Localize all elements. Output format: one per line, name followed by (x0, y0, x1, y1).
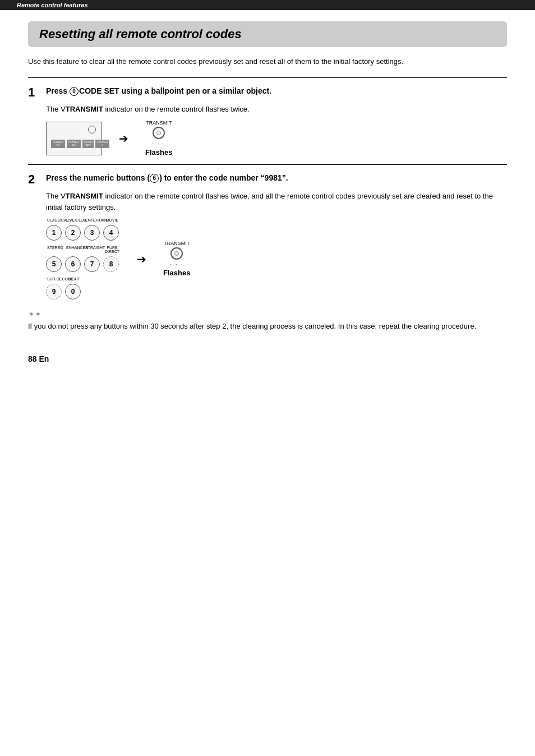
transmit-indicator-1: TRANSMIT · · · Flashes (145, 120, 172, 156)
transmit-word-1: TRANSMIT (66, 105, 103, 113)
num-btn-2: 2 (65, 225, 81, 241)
step-2-diagram: CLASSICAL LIVE/CLUB ENTERTAIN MOVIE 1 2 … (46, 218, 507, 299)
row3-labels: SUR.DECODE NIGHT (47, 277, 120, 281)
step-2-instruction: Press the numeric buttons (6) to enter t… (46, 173, 288, 184)
num-btn-4: 4 (103, 225, 119, 241)
tip-text: If you do not press any buttons within 3… (28, 321, 507, 332)
code-set-icon: 0 (70, 87, 79, 96)
step-2-number: 2 (28, 173, 39, 186)
label-night: NIGHT (66, 277, 82, 281)
flashes-label-1: Flashes (145, 148, 172, 156)
step-1-instruction: Press 0CODE SET using a ballpoint pen or… (46, 86, 271, 97)
transmit-word-2: TRANSMIT (66, 192, 103, 200)
transmit-circle-inner-1 (156, 131, 161, 135)
arrow-1: ➔ (119, 132, 128, 145)
code-set-label: CODE SET (79, 86, 119, 95)
remote-btn-tv: POWERTV (51, 140, 65, 148)
num-btn-3: 3 (84, 225, 100, 241)
section-title: Remote control features (17, 2, 88, 8)
step-1-number: 1 (28, 86, 39, 99)
divider-2 (28, 164, 507, 165)
label-stereo: STEREO (47, 246, 63, 253)
transmit-circle-2 (170, 247, 183, 260)
num-row-3: 9 0 (46, 284, 120, 299)
transmit-icon-1: V (61, 105, 66, 113)
step-2-header: 2 Press the numeric buttons (6) to enter… (28, 173, 507, 186)
transmit-dots-2: · · · (170, 261, 184, 268)
step-1-diagram: POWERTV POWERAV CODESET POWERS ➔ TRANSMI… (46, 120, 507, 156)
transmit-circle-inner-2 (174, 251, 179, 256)
label-sur: SUR.DECODE (47, 277, 63, 281)
intro-text: Use this feature to clear all the remote… (28, 56, 507, 67)
transmit-text-top-2: TRANSMIT (164, 241, 190, 246)
num-btn-5: 5 (46, 256, 62, 272)
transmit-indicator-2: TRANSMIT · · · Flashes (163, 241, 190, 277)
label-classical: CLASSICAL (47, 218, 63, 222)
row1-labels: CLASSICAL LIVE/CLUB ENTERTAIN MOVIE (47, 218, 120, 222)
num-btn-1: 1 (46, 225, 62, 241)
flashes-label-2: Flashes (163, 269, 190, 277)
transmit-circle-1 (153, 127, 165, 139)
page-title: Resetting all remote control codes (39, 27, 496, 42)
page-number: 88 (28, 354, 37, 363)
label-movie: MOVIE (104, 218, 120, 222)
remote-buttons-row: POWERTV POWERAV CODESET POWERS (51, 140, 97, 148)
step-1-header: 1 Press 0CODE SET using a ballpoint pen … (28, 86, 507, 99)
tip-section: ✶✶ If you do not press any buttons withi… (28, 310, 507, 332)
num-btn-6: 6 (65, 256, 81, 272)
tip-icon: ✶✶ (28, 310, 507, 319)
num-btn-9: 9 (46, 284, 62, 299)
num-btn-0: 0 (65, 284, 81, 299)
page-content: Resetting all remote control codes Use t… (0, 10, 535, 386)
num-row-1: 1 2 3 4 (46, 225, 120, 241)
label-entertain: ENTERTAIN (85, 218, 101, 222)
row2-labels: STEREO ENHANCER STRAIGHT PURE DIRECT (47, 246, 120, 253)
label-straight: STRAIGHT (85, 246, 101, 253)
top-bar: Remote control features (0, 0, 535, 10)
step-1-description: The VTRANSMIT indicator on the remote co… (46, 104, 507, 115)
remote-diagram-1: POWERTV POWERAV CODESET POWERS (46, 122, 102, 155)
label-live: LIVE/CLUB (66, 218, 82, 222)
page-lang: En (39, 354, 49, 363)
step-1-section: 1 Press 0CODE SET using a ballpoint pen … (28, 86, 507, 157)
transmit-icon-2: V (61, 192, 66, 200)
remote-btn-power: POWERS (95, 140, 109, 148)
remote-btn-code: CODESET (82, 140, 94, 148)
label-enhancer: ENHANCER (66, 246, 82, 253)
numeric-icon: 6 (150, 174, 159, 183)
step-2-section: 2 Press the numeric buttons (6) to enter… (28, 173, 507, 332)
label-pure: PURE DIRECT (104, 246, 120, 253)
transmit-dots-1: · · · (152, 140, 166, 147)
title-box: Resetting all remote control codes (28, 21, 507, 47)
transmit-text-top: TRANSMIT (146, 120, 172, 126)
remote-dial (88, 126, 96, 133)
num-btn-7: 7 (84, 256, 100, 272)
numeric-keypad: CLASSICAL LIVE/CLUB ENTERTAIN MOVIE 1 2 … (46, 218, 120, 299)
page-footer: 88 En (28, 354, 507, 363)
arrow-2: ➔ (137, 252, 146, 266)
divider-1 (28, 77, 507, 78)
remote-btn-av: POWERAV (67, 140, 81, 148)
step-2-description: The VTRANSMIT indicator on the remote co… (46, 191, 507, 213)
num-row-2: 5 6 7 8 (46, 256, 120, 272)
num-btn-8: 8 (103, 256, 119, 272)
